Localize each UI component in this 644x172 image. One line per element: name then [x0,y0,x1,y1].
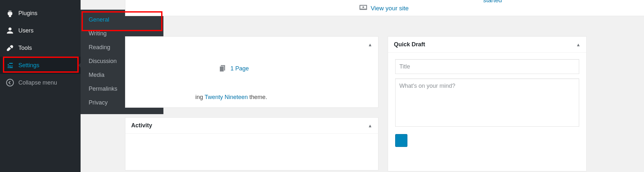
sidebar-item-collapse[interactable]: Collapse menu [0,74,81,91]
sidebar-item-plugins[interactable]: Plugins [0,5,81,22]
quick-draft-panel: Quick Draft ▲ [388,36,587,171]
svg-point-3 [362,6,364,8]
pages-icon [219,64,227,73]
activity-panel: Activity ▲ [125,117,378,170]
sidebar-item-label: Collapse menu [18,79,57,86]
welcome-panel: View your site started [125,0,644,16]
collapse-icon [6,79,14,86]
view-site-text: View your site [371,5,409,12]
theme-row: ing Twenty Nineteen theme. [195,94,267,101]
page-count-link[interactable]: 1 Page [219,64,249,73]
sidebar-item-settings[interactable]: Settings [0,57,81,74]
sidebar-item-label: Settings [18,62,39,69]
panel-toggle-icon[interactable]: ▲ [368,42,372,47]
quick-draft-body [388,53,586,155]
content-area: View your site started ▲ 1 Page ing Twen… [90,0,644,172]
settings-icon [6,61,14,69]
svg-point-0 [6,79,14,86]
eye-icon [359,3,367,13]
draft-title-input[interactable] [395,59,579,74]
users-icon [6,27,14,34]
tools-icon [6,44,14,52]
activity-panel-header: Activity ▲ [125,118,378,134]
theme-suffix: theme. [248,94,267,100]
at-a-glance-panel: ▲ 1 Page ing Twenty Nineteen theme. [125,36,378,108]
sidebar-item-label: Tools [18,45,32,51]
plugins-icon [6,9,14,17]
sidebar-item-label: Plugins [18,10,37,17]
save-draft-button[interactable] [395,134,407,147]
sidebar-item-tools[interactable]: Tools [0,39,81,57]
admin-sidebar: Plugins Users Tools Settings Collapse me… [0,0,81,172]
quick-draft-title: Quick Draft [394,41,425,48]
activity-title: Activity [131,122,152,129]
sidebar-item-label: Users [18,27,34,34]
page-count-text: 1 Page [230,65,249,72]
view-site-link[interactable]: View your site [359,3,409,13]
theme-prefix: ing [195,94,205,100]
glance-panel-header: ▲ [125,37,378,53]
theme-link[interactable]: Twenty Nineteen [205,94,248,100]
started-link[interactable]: started [483,0,502,4]
panel-toggle-icon[interactable]: ▲ [576,42,581,47]
draft-content-textarea[interactable] [395,78,579,127]
svg-rect-5 [220,66,224,72]
sidebar-item-users[interactable]: Users [0,22,81,39]
quick-draft-header: Quick Draft ▲ [388,37,586,53]
panel-toggle-icon[interactable]: ▲ [368,123,372,128]
